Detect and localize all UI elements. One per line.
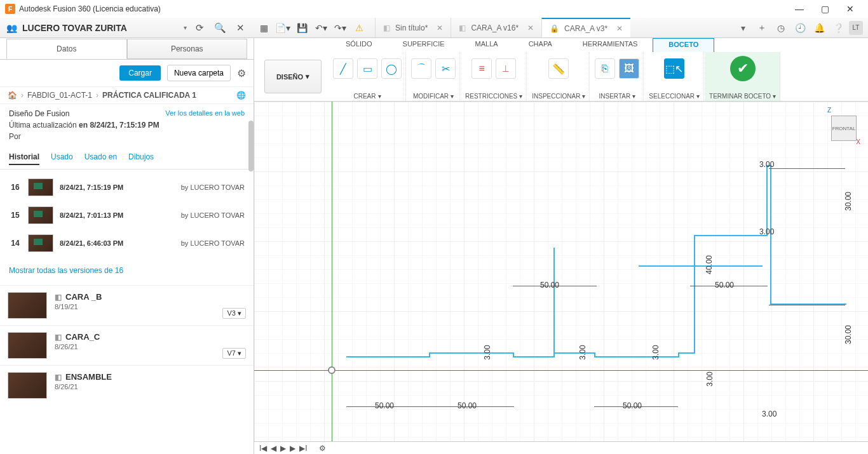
crumb-project[interactable]: FABDIG_01-ACT-1 (27, 91, 92, 100)
globe-icon[interactable]: 🌐 (236, 91, 246, 100)
subtab-dibujos[interactable]: Dibujos (128, 152, 154, 165)
home-icon[interactable]: 🏠 (8, 91, 17, 100)
show-all-versions-link[interactable]: Mostrar todas las versiones de 16 (0, 261, 254, 285)
group-label[interactable]: SELECCIONAR ▾ (649, 93, 700, 100)
group-label[interactable]: CREAR ▾ (353, 93, 381, 100)
dim-label[interactable]: 3.00 (705, 371, 714, 386)
timeline-prev[interactable]: ◀ (271, 444, 276, 453)
dim-label[interactable]: 3.00 (651, 345, 660, 359)
group-label[interactable]: INSPECCIONAR ▾ (532, 93, 585, 100)
group-label[interactable]: RESTRICCIONES ▾ (465, 93, 522, 100)
dim-label[interactable]: 50.00 (715, 281, 734, 290)
measure-tool[interactable]: 📏 (548, 58, 569, 79)
crumb-folder[interactable]: PRÁCTICA CALIFICADA 1 (102, 91, 196, 100)
maximize-button[interactable]: ▢ (812, 0, 837, 18)
new-folder-button[interactable]: Nueva carpeta (167, 65, 231, 81)
file-card[interactable]: ◧ENSAMBLE 8/26/21 (0, 365, 254, 405)
timeline-first[interactable]: I◀ (259, 444, 267, 453)
tab-chevron-icon[interactable]: ▾ (735, 20, 751, 36)
refresh-button[interactable]: ⟳ (192, 22, 207, 34)
insert-image[interactable]: 🖼 (619, 58, 639, 79)
timeline-next[interactable]: ▶ (290, 444, 295, 453)
insert-derive[interactable]: ⎘ (595, 58, 615, 79)
extensions-button[interactable]: ◷ (773, 20, 789, 36)
sidebar-scrollbar[interactable] (248, 121, 254, 171)
dim-label[interactable]: 30.00 (844, 325, 853, 344)
close-tab-icon[interactable]: ✕ (616, 24, 623, 33)
trim-tool[interactable]: ✂ (435, 58, 456, 79)
dim-label[interactable]: 3.00 (483, 345, 492, 359)
rectangle-tool[interactable]: ▭ (357, 58, 377, 79)
dim-label[interactable]: 50.00 (375, 401, 394, 410)
horizontal-constraint[interactable]: ≡ (471, 58, 492, 79)
dim-label[interactable]: 3.00 (762, 410, 776, 418)
dim-label[interactable]: 3.00 (759, 227, 774, 236)
gear-icon[interactable]: ⚙ (237, 67, 246, 79)
history-item[interactable]: 16 8/24/21, 7:15:19 PMby LUCERO TOVAR (6, 173, 247, 201)
subtab-usado[interactable]: Usado (51, 152, 73, 165)
subtab-usado-en[interactable]: Usado en (85, 152, 117, 165)
dim-label[interactable]: 50.00 (623, 401, 642, 410)
fillet-tool[interactable]: ⌒ (411, 58, 431, 79)
doc-tab-1[interactable]: ◧ CARA_A v16* ✕ (451, 18, 541, 37)
redo-button[interactable]: ↷▾ (330, 18, 349, 37)
ctx-tab-boceto[interactable]: BOCETO (653, 38, 714, 52)
ctx-tab-herramientas[interactable]: HERRAMIENTAS (567, 38, 653, 52)
viewcube-face[interactable]: FRONTAL (831, 116, 857, 141)
history-item[interactable]: 14 8/24/21, 6:46:03 PMby LUCERO TOVAR (6, 229, 247, 257)
ctx-tab-superficie[interactable]: SUPERFICIE (388, 38, 460, 52)
close-tab-icon[interactable]: ✕ (527, 23, 534, 32)
dim-label[interactable]: 3.00 (759, 160, 774, 169)
search-button[interactable]: 🔍 (212, 22, 227, 34)
timeline-settings[interactable]: ⚙ (319, 444, 326, 453)
group-label[interactable]: TERMINAR BOCETO ▾ (709, 93, 776, 100)
file-card[interactable]: ◧CARA_C 8/26/21 V7 ▾ (0, 325, 254, 365)
notifications-button[interactable]: 🔔 (811, 20, 827, 36)
sketch-canvas[interactable]: 50.00 50.00 50.00 50.00 50.00 3.00 3.00 … (254, 102, 868, 441)
select-tool[interactable]: ⬚↖ (664, 58, 684, 79)
close-tab-icon[interactable]: ✕ (437, 23, 443, 32)
finish-sketch-button[interactable]: ✔ (730, 56, 756, 81)
doc-tab-0[interactable]: ◧ Sin título* ✕ (375, 18, 451, 37)
data-panel-button[interactable]: ▦ (254, 18, 273, 37)
circle-tool[interactable]: ◯ (381, 58, 402, 79)
tab-personas[interactable]: Personas (127, 39, 248, 59)
viewcube[interactable]: Z X FRONTAL (825, 107, 860, 142)
help-button[interactable]: ❔ (830, 20, 846, 36)
timeline-last[interactable]: ▶I (299, 444, 307, 453)
load-button[interactable]: Cargar (119, 65, 161, 81)
undo-button[interactable]: ↶▾ (311, 18, 330, 37)
group-label[interactable]: MODIFICAR ▾ (413, 93, 454, 100)
file-menu[interactable]: 📄▾ (273, 18, 292, 37)
dim-label[interactable]: 40.00 (705, 255, 714, 274)
workspace-dropdown[interactable]: DISEÑO▾ (264, 60, 322, 93)
save-button[interactable]: 💾 (292, 18, 311, 37)
user-chevron-icon[interactable]: ▾ (184, 24, 187, 31)
history-item[interactable]: 15 8/24/21, 7:01:13 PMby LUCERO TOVAR (6, 201, 247, 229)
subtab-historial[interactable]: Historial (9, 152, 39, 165)
file-card[interactable]: ◧CARA _B 8/19/21 V3 ▾ (0, 285, 254, 325)
dim-label[interactable]: 30.00 (844, 192, 853, 211)
timeline-play[interactable]: ▶ (280, 444, 286, 453)
minimize-button[interactable]: — (787, 0, 812, 18)
warning-icon[interactable]: ⚠ (349, 18, 369, 37)
dim-label[interactable]: 50.00 (540, 281, 559, 290)
avatar[interactable]: LT (849, 21, 863, 35)
dim-label[interactable]: 3.00 (578, 345, 587, 359)
details-link[interactable]: Ver los detalles en la web (165, 109, 245, 117)
new-tab-button[interactable]: ＋ (754, 20, 770, 36)
doc-tab-2[interactable]: 🔒 CARA_A v3* ✕ (541, 18, 630, 37)
close-panel-button[interactable]: ✕ (233, 22, 248, 34)
user-name[interactable]: LUCERO TOVAR ZURITA (22, 23, 179, 33)
ctx-tab-chapa[interactable]: CHAPA (513, 38, 567, 52)
version-dropdown[interactable]: V3 ▾ (222, 308, 246, 319)
tab-datos[interactable]: Datos (6, 39, 127, 59)
line-tool[interactable]: ╱ (333, 58, 353, 79)
ctx-tab-malla[interactable]: MALLA (460, 38, 513, 52)
dim-label[interactable]: 50.00 (458, 401, 477, 410)
version-dropdown[interactable]: V7 ▾ (222, 348, 246, 359)
ctx-tab-solido[interactable]: SÓLIDO (330, 38, 388, 52)
group-label[interactable]: INSERTAR ▾ (599, 93, 636, 100)
close-window-button[interactable]: ✕ (837, 0, 863, 18)
vertical-constraint[interactable]: ⟂ (496, 58, 516, 79)
